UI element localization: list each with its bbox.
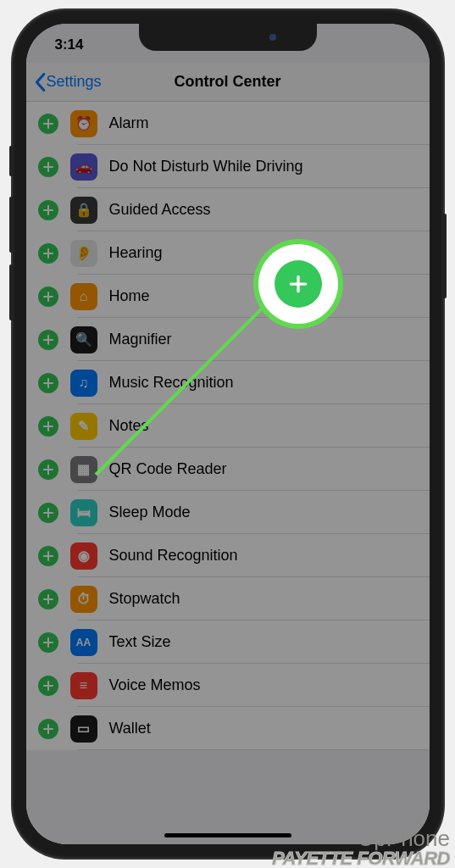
- row-label: Guided Access: [109, 201, 211, 219]
- plus-icon: [43, 335, 53, 345]
- watermark-line2: PAYETTE FORWARD: [272, 849, 450, 868]
- add-button-dnd-driving[interactable]: [38, 157, 58, 177]
- add-button-music-recognition[interactable]: [38, 373, 58, 393]
- plus-icon: [43, 637, 53, 648]
- voice-memos-icon: ≡: [70, 672, 97, 699]
- plus-icon: [43, 681, 53, 691]
- row-hearing[interactable]: 👂Hearing: [26, 231, 430, 275]
- dnd-driving-icon: 🚗: [70, 153, 97, 181]
- row-label: Stopwatch: [109, 590, 180, 608]
- row-alarm[interactable]: ⏰Alarm: [26, 102, 430, 145]
- row-label: Notes: [109, 417, 149, 435]
- add-button-wallet[interactable]: [38, 719, 58, 739]
- add-button-alarm[interactable]: [38, 114, 58, 134]
- add-button-notes[interactable]: [38, 416, 58, 437]
- plus-icon: [43, 205, 53, 215]
- plus-icon: [43, 119, 53, 129]
- add-button-magnifier[interactable]: [38, 330, 58, 350]
- row-qr-code-reader[interactable]: ▦QR Code Reader: [26, 448, 430, 491]
- stopwatch-icon: ⏱: [70, 586, 97, 613]
- row-label: Sleep Mode: [109, 504, 191, 521]
- row-sound-recognition[interactable]: ◉Sound Recognition: [26, 534, 430, 577]
- phone-frame: 3:14 Settings Control Center ⏰Alarm🚗Do N…: [13, 10, 443, 858]
- row-sleep-mode[interactable]: 🛏Sleep Mode: [26, 491, 430, 534]
- alarm-icon: ⏰: [70, 110, 97, 137]
- add-button-home[interactable]: [38, 287, 58, 307]
- row-label: Wallet: [109, 720, 151, 737]
- mute-switch: [9, 146, 13, 176]
- hearing-icon: 👂: [70, 240, 97, 267]
- row-voice-memos[interactable]: ≡Voice Memos: [26, 664, 430, 707]
- plus-icon: [43, 421, 53, 431]
- magnifier-icon: 🔍: [70, 326, 97, 353]
- row-label: Alarm: [109, 114, 149, 132]
- row-home[interactable]: ⌂Home: [26, 275, 430, 318]
- plus-icon: [43, 724, 53, 734]
- plus-icon: [43, 465, 53, 475]
- row-label: Magnifier: [109, 331, 172, 348]
- add-button-sound-recognition[interactable]: [38, 546, 58, 566]
- qr-code-reader-icon: ▦: [70, 456, 97, 483]
- row-label: Hearing: [109, 244, 163, 262]
- row-label: QR Code Reader: [109, 460, 227, 478]
- plus-icon: [43, 378, 53, 388]
- sound-recognition-icon: ◉: [70, 542, 97, 570]
- callout-circle: [258, 244, 338, 324]
- add-button-guided-access[interactable]: [38, 200, 58, 220]
- row-text-size[interactable]: AAText Size: [26, 620, 430, 664]
- wallet-icon: ▭: [70, 715, 97, 743]
- watermark-line1: UpPhone: [272, 827, 450, 849]
- plus-icon: [43, 248, 53, 259]
- nav-bar: Settings Control Center: [26, 63, 430, 102]
- row-stopwatch[interactable]: ⏱Stopwatch: [26, 577, 430, 620]
- add-button-qr-code-reader[interactable]: [38, 459, 58, 480]
- plus-icon: [43, 551, 53, 561]
- row-label: Voice Memos: [109, 676, 201, 694]
- row-label: Text Size: [109, 633, 171, 651]
- status-time: 3:14: [55, 36, 84, 53]
- watermark: UpPhone PAYETTE FORWARD: [272, 827, 450, 868]
- home-icon: ⌂: [70, 283, 97, 310]
- notes-icon: ✎: [70, 413, 97, 440]
- row-guided-access[interactable]: 🔒Guided Access: [26, 188, 430, 231]
- music-recognition-icon: ♫: [70, 370, 97, 397]
- add-button-sleep-mode[interactable]: [38, 503, 58, 523]
- back-label: Settings: [47, 73, 102, 91]
- plus-icon: [43, 162, 53, 172]
- add-button-voice-memos[interactable]: [38, 676, 58, 696]
- plus-icon: [43, 292, 53, 302]
- row-wallet[interactable]: ▭Wallet: [26, 707, 430, 750]
- volume-up-button: [9, 197, 13, 253]
- volume-down-button: [9, 264, 13, 320]
- sleep-mode-icon: 🛏: [70, 499, 97, 526]
- plus-icon: [287, 273, 309, 295]
- back-button[interactable]: Settings: [33, 72, 102, 92]
- row-label: Do Not Disturb While Driving: [109, 158, 303, 175]
- notch: [139, 24, 317, 51]
- chevron-left-icon: [33, 72, 47, 92]
- row-label: Home: [109, 287, 150, 305]
- row-label: Sound Recognition: [109, 547, 238, 565]
- callout-add-icon: [275, 260, 322, 308]
- page-title: Control Center: [175, 73, 281, 91]
- add-button-hearing[interactable]: [38, 243, 58, 264]
- text-size-icon: AA: [70, 629, 97, 656]
- row-music-recognition[interactable]: ♫Music Recognition: [26, 361, 430, 404]
- row-label: Music Recognition: [109, 374, 234, 392]
- side-button: [443, 214, 447, 298]
- add-button-text-size[interactable]: [38, 632, 58, 653]
- row-dnd-driving[interactable]: 🚗Do Not Disturb While Driving: [26, 145, 430, 188]
- plus-icon: [43, 594, 53, 604]
- row-magnifier[interactable]: 🔍Magnifier: [26, 318, 430, 361]
- row-notes[interactable]: ✎Notes: [26, 404, 430, 448]
- controls-list[interactable]: ⏰Alarm🚗Do Not Disturb While Driving🔒Guid…: [26, 102, 430, 750]
- plus-icon: [43, 508, 53, 518]
- phone-screen: 3:14 Settings Control Center ⏰Alarm🚗Do N…: [26, 24, 430, 844]
- add-button-stopwatch[interactable]: [38, 589, 58, 609]
- guided-access-icon: 🔒: [70, 197, 97, 224]
